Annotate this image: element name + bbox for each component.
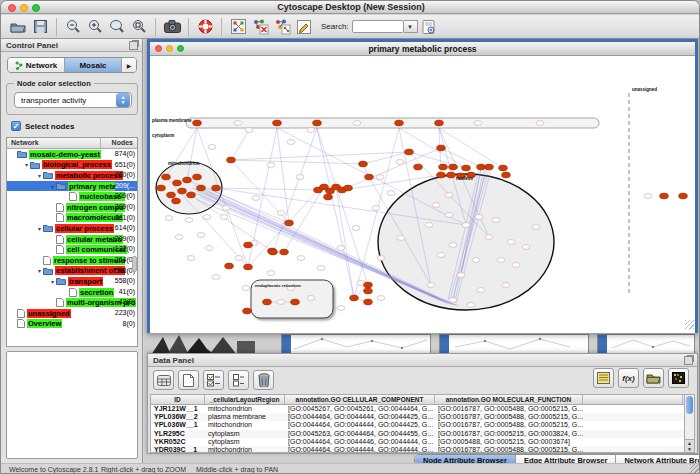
tree-scrollbar[interactable] xyxy=(132,256,137,272)
tree-row[interactable]: Overview8(0) xyxy=(7,319,137,330)
table-cell: cytoplasm xyxy=(205,430,285,438)
table-row[interactable]: YKR052Ccytoplasm[GO:0044464, GO:0044446,… xyxy=(151,438,685,446)
network-graph[interactable]: plasma membranecytoplasmmitochondrionnuc… xyxy=(150,57,695,333)
table-row[interactable]: YPL036W__1mitochondrion[GO:0044464, GO:0… xyxy=(151,421,685,429)
graph-label-node xyxy=(187,256,195,261)
zoom-selected-button[interactable] xyxy=(128,17,150,37)
attribute-list-button[interactable] xyxy=(593,368,614,388)
save-session-button[interactable] xyxy=(29,17,51,37)
tree-row[interactable]: cellular metabo209(0) xyxy=(7,234,137,245)
tabs-overflow-button[interactable]: ▶ xyxy=(122,58,136,72)
graph-label-node xyxy=(457,273,465,278)
tree-row[interactable]: ▾primary metabo209(... xyxy=(7,181,137,192)
graph-node xyxy=(449,164,458,170)
table-row[interactable]: YPL036W__2plasma membrane[GO:0044464, GO… xyxy=(151,413,685,421)
tree-row[interactable]: macromolecule311(0) xyxy=(7,213,137,224)
expander-icon[interactable]: ▾ xyxy=(49,278,56,285)
tree-row[interactable]: response to stimulu264(0) xyxy=(7,255,137,266)
float-panel-icon[interactable] xyxy=(129,41,138,50)
tree-row[interactable]: multi-organism pro42(0) xyxy=(7,297,137,308)
tree-row[interactable]: secretion41(0) xyxy=(7,287,137,298)
table-column-header[interactable]: _cellularLayoutRegion xyxy=(205,395,285,404)
tree-row[interactable]: cell communicat122(0) xyxy=(7,244,137,255)
cytoscape-app-window: Cytoscape Desktop (New Session) xyxy=(0,0,700,474)
graph-label-node xyxy=(475,215,483,220)
background-window-thumb[interactable] xyxy=(597,334,695,354)
destroy-view-button[interactable] xyxy=(271,17,293,37)
tree-row[interactable]: nucleobase-209(0) xyxy=(7,191,137,202)
select-attributes-button[interactable] xyxy=(203,370,224,390)
new-attribute-button[interactable] xyxy=(178,370,199,390)
table-column-header[interactable]: ID xyxy=(151,395,205,404)
table-column-header[interactable]: annotation.GO MOLECULAR_FUNCTION xyxy=(435,395,583,404)
tree-header[interactable]: Network Nodes xyxy=(7,138,137,149)
network-window-titlebar[interactable]: primary metabolic process xyxy=(150,42,695,56)
app-resize-grip[interactable] xyxy=(690,464,700,474)
search-config-button[interactable] xyxy=(418,17,440,37)
tree-row-label: transport xyxy=(68,277,103,286)
matrix-button[interactable] xyxy=(668,368,689,388)
table-cell: [GO:0016787, GO:0005488, GO:0005215, G..… xyxy=(435,413,583,421)
window-resize-grip[interactable] xyxy=(685,320,694,329)
expander-icon[interactable]: ▾ xyxy=(23,161,30,168)
tree-row[interactable]: ▾biological_process651(0) xyxy=(7,160,137,171)
tree-row[interactable]: nitrogen compo209(0) xyxy=(7,202,137,213)
graph-label-node xyxy=(307,128,315,133)
tab-mosaic[interactable]: Mosaic xyxy=(65,58,122,72)
zoom-out-button[interactable] xyxy=(62,17,84,37)
tree-row[interactable]: ▾establishment of lo558(0) xyxy=(7,266,137,277)
table-row[interactable]: YLR295Ccytoplasm[GO:0045263, GO:0044464,… xyxy=(151,430,685,438)
help-button[interactable] xyxy=(194,17,216,37)
endoplasmic-reticulum-label: endoplasmic reticulum xyxy=(255,283,301,288)
graph-node xyxy=(269,249,278,255)
tree-row[interactable]: ▾cellular process614(0) xyxy=(7,223,137,234)
tree-row[interactable]: ▾metabolic process280(0) xyxy=(7,170,137,181)
nucleus-label: nucleus xyxy=(456,176,474,181)
destroy-network-button[interactable] xyxy=(249,17,271,37)
graph-label-node xyxy=(337,306,345,311)
search-input[interactable] xyxy=(352,20,404,33)
matrix-icon xyxy=(672,372,685,384)
expander-icon[interactable]: ▾ xyxy=(36,172,43,179)
background-window-thumb[interactable] xyxy=(281,334,431,354)
annotation-button[interactable] xyxy=(293,17,315,37)
table-column-header[interactable]: annotation.GO CELLULAR_COMPONENT xyxy=(285,395,435,404)
unselect-attributes-button[interactable] xyxy=(228,370,249,390)
table-scrollbar[interactable]: ▲▼ xyxy=(684,394,695,453)
snapshot-button[interactable] xyxy=(161,17,183,37)
import-attributes-button[interactable] xyxy=(643,368,664,388)
select-nodes-checkbox[interactable]: ✓ xyxy=(11,121,21,131)
delete-attribute-button[interactable] xyxy=(253,370,274,390)
network-canvas[interactable]: plasma membranecytoplasmmitochondrionnuc… xyxy=(150,57,695,333)
float-panel-icon[interactable] xyxy=(684,356,693,365)
tree-row[interactable]: mosaic-demo-yeast874(0) xyxy=(7,149,137,160)
tree-col-network: Network xyxy=(11,139,39,146)
background-window-logo[interactable] xyxy=(149,335,257,355)
expander-icon[interactable]: ▾ xyxy=(36,267,43,274)
function-builder-button[interactable]: f(x) xyxy=(618,368,639,388)
tree-row[interactable]: ▾transport558(0) xyxy=(7,276,137,287)
attribute-grid-button[interactable] xyxy=(153,370,174,390)
table-row[interactable]: YJR121W__1mitochondrion[GO:0045267, GO:0… xyxy=(151,405,685,413)
scrollbar-thumb[interactable] xyxy=(686,396,693,414)
graph-label-node xyxy=(277,300,285,305)
vizmapper-button[interactable] xyxy=(227,17,249,37)
table-row[interactable]: YDR039C__1mitochondrion[GO:0044464, GO:0… xyxy=(151,446,685,453)
scrollbar-arrows[interactable]: ▲▼ xyxy=(685,439,694,452)
cytoplasm-label: cytoplasm xyxy=(152,133,174,138)
expander-icon[interactable]: ▾ xyxy=(36,225,43,232)
graph-node xyxy=(172,198,181,204)
search-dropdown-button[interactable]: ▼ xyxy=(404,20,418,33)
network-delete-icon xyxy=(252,19,269,35)
unassigned-label: unassigned xyxy=(632,87,657,92)
open-session-button[interactable] xyxy=(7,17,29,37)
app-titlebar: Cytoscape Desktop (New Session) xyxy=(1,1,700,14)
tree-row[interactable]: unassigned223(0) xyxy=(7,308,137,319)
zoom-fit-button[interactable] xyxy=(106,17,128,37)
expander-icon[interactable]: ▾ xyxy=(49,183,56,190)
table-column-header[interactable] xyxy=(583,395,683,404)
background-window-thumb[interactable] xyxy=(439,334,589,354)
zoom-in-button[interactable] xyxy=(84,17,106,37)
node-color-dropdown[interactable]: transporter activity ▲▼ xyxy=(14,92,132,108)
tab-network[interactable]: Network xyxy=(8,58,65,72)
